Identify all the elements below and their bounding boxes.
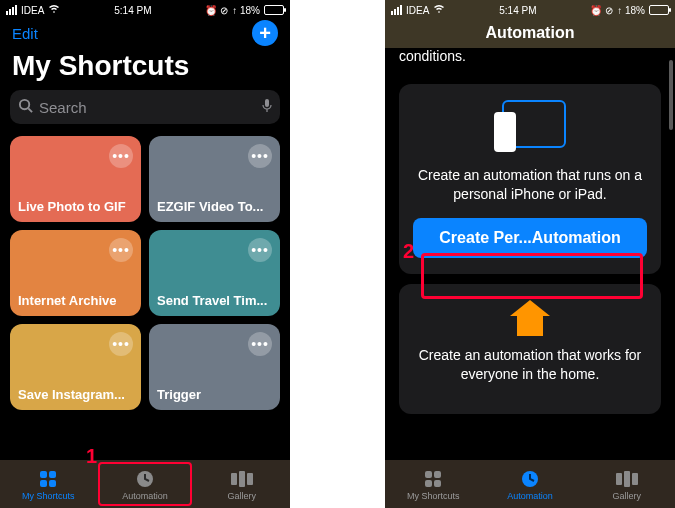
card-description: Create an automation that runs on a pers…	[413, 166, 647, 204]
svg-rect-10	[247, 473, 253, 485]
tile-label: Internet Archive	[18, 293, 133, 308]
more-icon[interactable]: •••	[109, 238, 133, 262]
wifi-icon	[433, 4, 445, 16]
search-placeholder: Search	[39, 99, 256, 116]
shortcuts-icon	[422, 468, 444, 490]
shortcut-tile[interactable]: ••• Send Travel Tim...	[149, 230, 280, 316]
shortcut-tile[interactable]: ••• EZGIF Video To...	[149, 136, 280, 222]
device-icon	[490, 100, 570, 156]
time-label: 5:14 PM	[114, 5, 151, 16]
automation-icon	[519, 468, 541, 490]
battery-icon	[264, 5, 284, 15]
tab-bar: My Shortcuts Automation Gallery	[385, 460, 675, 508]
tab-automation[interactable]: Automation	[97, 460, 194, 508]
svg-rect-11	[425, 471, 432, 478]
shortcut-tile[interactable]: ••• Save Instagram...	[10, 324, 141, 410]
automation-icon	[134, 468, 156, 490]
page-title: My Shortcuts	[0, 48, 290, 90]
shortcuts-icon	[37, 468, 59, 490]
personal-automation-card: Create an automation that runs on a pers…	[399, 84, 661, 274]
tab-my-shortcuts[interactable]: My Shortcuts	[0, 460, 97, 508]
svg-rect-2	[265, 99, 269, 107]
tab-bar: My Shortcuts Automation Gallery	[0, 460, 290, 508]
tab-gallery[interactable]: Gallery	[578, 460, 675, 508]
svg-rect-4	[49, 471, 56, 478]
home-automation-card: Create an automation that works for ever…	[399, 284, 661, 414]
svg-rect-18	[632, 473, 638, 485]
svg-rect-3	[40, 471, 47, 478]
phone-left: IDEA 5:14 PM ⏰ ⊘ ↑ 18% Edit + My Shortcu…	[0, 0, 290, 508]
svg-point-0	[20, 99, 29, 108]
svg-rect-12	[434, 471, 441, 478]
gallery-icon	[231, 468, 253, 490]
automation-description: conditions.	[385, 48, 675, 74]
svg-rect-14	[434, 480, 441, 487]
tile-label: Save Instagram...	[18, 387, 133, 402]
tile-label: EZGIF Video To...	[157, 199, 272, 214]
phone-right: IDEA 5:14 PM ⏰ ⊘ ↑ 18% Automation condit…	[385, 0, 675, 508]
battery-icon	[649, 5, 669, 15]
more-icon[interactable]: •••	[248, 332, 272, 356]
search-input[interactable]: Search	[10, 90, 280, 124]
shortcut-grid: ••• Live Photo to GIF ••• EZGIF Video To…	[0, 136, 290, 410]
svg-rect-16	[616, 473, 622, 485]
tab-label: Automation	[507, 491, 553, 501]
edit-button[interactable]: Edit	[12, 25, 38, 42]
battery-text: ↑ 18%	[232, 5, 260, 16]
svg-rect-17	[624, 471, 630, 487]
tab-automation[interactable]: Automation	[482, 460, 579, 508]
scrollbar[interactable]	[669, 60, 673, 458]
status-icons: ⏰ ⊘	[205, 5, 228, 16]
create-personal-automation-button[interactable]: Create Per...Automation	[413, 218, 647, 258]
carrier-label: IDEA	[21, 5, 44, 16]
tile-label: Send Travel Tim...	[157, 293, 272, 308]
carrier-label: IDEA	[406, 5, 429, 16]
time-label: 5:14 PM	[499, 5, 536, 16]
more-icon[interactable]: •••	[248, 144, 272, 168]
shortcut-tile[interactable]: ••• Internet Archive	[10, 230, 141, 316]
topbar: IDEA 5:14 PM ⏰ ⊘ ↑ 18% Automation	[385, 0, 675, 48]
more-icon[interactable]: •••	[109, 332, 133, 356]
svg-rect-8	[231, 473, 237, 485]
annotation-number-1: 1	[86, 445, 97, 468]
svg-line-1	[28, 108, 32, 112]
card-description: Create an automation that works for ever…	[413, 346, 647, 384]
battery-text: ↑ 18%	[617, 5, 645, 16]
signal-icon	[391, 5, 402, 15]
plus-icon: +	[259, 22, 271, 45]
mic-icon	[262, 99, 272, 116]
header-row: Edit +	[0, 18, 290, 48]
more-icon[interactable]: •••	[109, 144, 133, 168]
tab-my-shortcuts[interactable]: My Shortcuts	[385, 460, 482, 508]
screen-title: Automation	[421, 24, 639, 42]
tab-label: My Shortcuts	[407, 491, 460, 501]
add-button[interactable]: +	[252, 20, 278, 46]
tab-gallery[interactable]: Gallery	[193, 460, 290, 508]
svg-rect-9	[239, 471, 245, 487]
tile-label: Trigger	[157, 387, 272, 402]
more-icon[interactable]: •••	[248, 238, 272, 262]
gallery-icon	[616, 468, 638, 490]
shortcut-tile[interactable]: ••• Trigger	[149, 324, 280, 410]
status-icons: ⏰ ⊘	[590, 5, 613, 16]
svg-rect-13	[425, 480, 432, 487]
tab-label: Gallery	[612, 491, 641, 501]
shortcut-tile[interactable]: ••• Live Photo to GIF	[10, 136, 141, 222]
annotation-number-2: 2	[403, 240, 414, 263]
svg-rect-5	[40, 480, 47, 487]
tab-label: Automation	[122, 491, 168, 501]
search-icon	[18, 98, 33, 117]
signal-icon	[6, 5, 17, 15]
scrollbar-thumb[interactable]	[669, 60, 673, 130]
wifi-icon	[48, 4, 60, 16]
home-icon	[510, 300, 550, 336]
status-bar: IDEA 5:14 PM ⏰ ⊘ ↑ 18%	[0, 0, 290, 18]
svg-rect-6	[49, 480, 56, 487]
tab-label: Gallery	[227, 491, 256, 501]
tab-label: My Shortcuts	[22, 491, 75, 501]
tile-label: Live Photo to GIF	[18, 199, 133, 214]
